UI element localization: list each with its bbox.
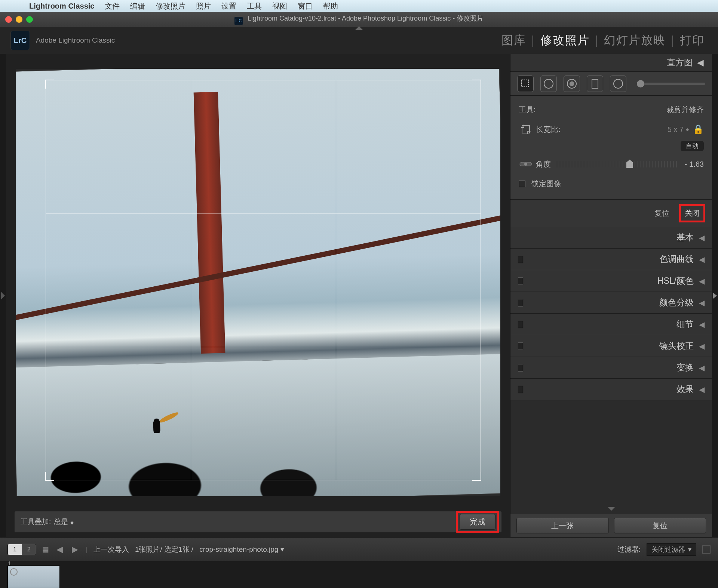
module-library[interactable]: 图库	[498, 33, 529, 48]
angle-label: 角度	[536, 159, 551, 169]
menu-photo[interactable]: 照片	[191, 1, 216, 11]
angle-slider[interactable]	[557, 161, 679, 167]
lock-image-label: 锁定图像	[531, 179, 561, 189]
tool-overlay-dropdown[interactable]: 总是 ◆	[54, 517, 73, 527]
aspect-ratio-dropdown[interactable]: 5 x 7 ◆	[668, 125, 689, 134]
right-panel: 直方图 ◀ 工具: 裁剪并修齐 长宽比:	[510, 54, 712, 537]
svg-point-3	[524, 163, 527, 166]
photo-preview[interactable]	[16, 69, 500, 496]
module-develop[interactable]: 修改照片	[537, 33, 593, 48]
top-panel-grip-icon[interactable]	[355, 26, 363, 30]
right-nav-bar: 上一张 复位	[510, 514, 712, 537]
spot-removal-icon[interactable]	[540, 76, 557, 92]
filmstrip-header: 1 2 ▦ ◀ ▶ | 上一次导入 1张照片/ 选定1张 / crop-stra…	[0, 537, 718, 561]
level-icon[interactable]	[519, 157, 533, 171]
panel-effects[interactable]: 效果◀	[510, 379, 712, 400]
crop-panel: 工具: 裁剪并修齐 长宽比: 5 x 7 ◆ 🔒 自动 角度 - 1.63	[510, 96, 712, 200]
panel-switch[interactable]	[518, 299, 523, 307]
panel-switch[interactable]	[518, 364, 523, 372]
app-badge-icon: LrC	[234, 17, 243, 25]
menu-view[interactable]: 视图	[267, 1, 292, 11]
thumb-status-icon	[10, 568, 18, 576]
crop-frame-icon[interactable]	[519, 122, 533, 136]
mac-menubar: Lightroom Classic 文件 编辑 修改照片 照片 设置 工具 视图…	[0, 0, 718, 12]
panel-switch[interactable]	[518, 256, 523, 263]
redeye-tool-icon[interactable]	[564, 76, 580, 92]
chevron-left-icon: ◀	[697, 58, 704, 68]
crop-tool-icon[interactable]	[517, 76, 534, 92]
aspect-label: 长宽比:	[536, 124, 668, 135]
thumbnail[interactable]: 1	[7, 566, 60, 588]
radial-filter-icon[interactable]	[610, 76, 626, 92]
close-button[interactable]: 关闭	[679, 204, 705, 222]
menu-tools[interactable]: 工具	[242, 1, 267, 11]
thumbnail-index: 1	[8, 560, 11, 566]
context-label[interactable]: 上一次导入	[93, 545, 129, 554]
display-2[interactable]: 2	[22, 544, 36, 555]
angle-value[interactable]: - 1.63	[685, 160, 704, 169]
filmstrip: 1 将裁剪应用到照片，单击工作区底部的「完成」按钮或单击「裁剪并修齐」面板底部的…	[0, 561, 718, 588]
reset-button[interactable]: 复位	[654, 208, 669, 218]
menu-file[interactable]: 文件	[99, 1, 125, 11]
menu-window[interactable]: 窗口	[292, 1, 318, 11]
nav-back-icon[interactable]: ◀	[55, 545, 64, 554]
panel-switch[interactable]	[518, 277, 523, 285]
panel-detail[interactable]: 细节◀	[510, 314, 712, 335]
lock-image-checkbox[interactable]	[519, 181, 525, 187]
nav-forward-icon[interactable]: ▶	[70, 545, 80, 554]
auto-button[interactable]: 自动	[681, 141, 704, 151]
develop-toolstrip	[510, 72, 712, 96]
tool-overlay-label: 工具叠加:	[21, 517, 51, 527]
module-picker: 图库 | 修改照片 | 幻灯片放映 | 打印	[498, 33, 708, 48]
titlebar: LrC Lightroom Catalog-v10-2.lrcat - Adob…	[0, 12, 718, 27]
menu-settings[interactable]: 设置	[216, 1, 242, 11]
panel-switch[interactable]	[518, 386, 523, 393]
grid-view-icon[interactable]: ▦	[42, 545, 49, 554]
main-area: 工具叠加: 总是 ◆ 完成 直方图 ◀	[0, 54, 718, 537]
left-panel-grip-icon[interactable]	[1, 292, 5, 299]
panel-grip-icon[interactable]	[608, 507, 615, 511]
panel-color-grading[interactable]: 颜色分级◀	[510, 292, 712, 314]
crop-panel-footer: 复位 关闭	[510, 200, 712, 227]
app-name[interactable]: Lightroom Classic	[24, 2, 99, 10]
display-1[interactable]: 1	[8, 544, 22, 555]
done-button[interactable]: 完成	[460, 514, 495, 530]
photo-count: 1张照片/ 选定1张 /	[135, 545, 193, 554]
right-panel-grip-icon[interactable]	[713, 293, 717, 299]
photo-canvas[interactable]	[6, 54, 510, 511]
previous-button[interactable]: 上一张	[516, 518, 609, 533]
svg-rect-1	[522, 126, 530, 133]
menu-develop[interactable]: 修改照片	[150, 1, 191, 11]
product-name: Adobe Lightroom Classic	[36, 36, 115, 44]
panel-transform[interactable]: 变换◀	[510, 357, 712, 379]
filter-dropdown[interactable]: 关闭过滤器▾	[647, 543, 696, 556]
graduated-filter-icon[interactable]	[587, 76, 603, 92]
panel-tone-curve[interactable]: 色调曲线◀	[510, 249, 712, 270]
develop-panels: 基本◀ 色调曲线◀ HSL/颜色◀ 颜色分级◀ 细节◀ 镜头校正◀ 变换◀ 效果…	[510, 227, 712, 502]
app-logo-icon: LrC	[10, 31, 30, 50]
panel-switch[interactable]	[518, 342, 523, 350]
current-filename[interactable]: crop-straighten-photo.jpg ▾	[199, 545, 284, 554]
window-title: LrC Lightroom Catalog-v10-2.lrcat - Adob…	[0, 14, 718, 25]
menu-edit[interactable]: 编辑	[125, 1, 150, 11]
filter-label: 过滤器:	[617, 545, 641, 554]
secondary-display-toggle[interactable]: 1 2	[7, 544, 36, 555]
module-slideshow[interactable]: 幻灯片放映	[601, 33, 669, 48]
aspect-lock-icon[interactable]: 🔒	[693, 124, 704, 135]
canvas-toolbar: 工具叠加: 总是 ◆ 完成	[14, 511, 502, 533]
brush-size-slider[interactable]	[637, 83, 705, 85]
reset-all-button[interactable]: 复位	[614, 518, 706, 533]
filter-lock-icon[interactable]	[702, 545, 711, 554]
panel-lens[interactable]: 镜头校正◀	[510, 335, 712, 357]
tools-value: 裁剪并修齐	[666, 105, 704, 115]
panel-switch[interactable]	[518, 321, 523, 328]
histogram-panel-header[interactable]: 直方图 ◀	[510, 54, 712, 72]
module-header: LrC Adobe Lightroom Classic 图库 | 修改照片 | …	[0, 27, 718, 54]
tools-label: 工具:	[519, 105, 666, 115]
menu-help[interactable]: 帮助	[318, 1, 343, 11]
panel-basic[interactable]: 基本◀	[510, 227, 712, 249]
module-print[interactable]: 打印	[677, 33, 708, 48]
canvas-area: 工具叠加: 总是 ◆ 完成	[6, 54, 510, 537]
panel-hsl[interactable]: HSL/颜色◀	[510, 270, 712, 292]
svg-rect-0	[522, 80, 529, 87]
